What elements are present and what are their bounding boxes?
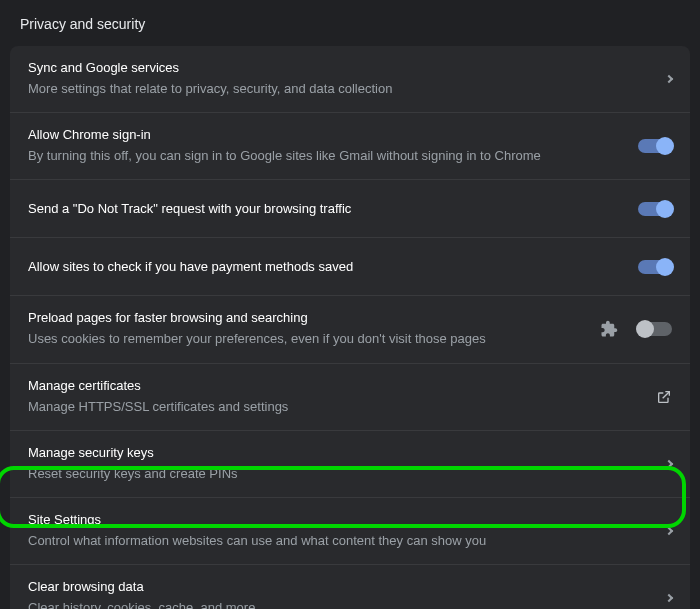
toggle-do-not-track[interactable] [638,202,672,216]
row-text: Site Settings Control what information w… [28,512,654,550]
chevron-right-icon [665,75,673,83]
row-controls [626,139,672,153]
row-text: Send a "Do Not Track" request with your … [28,201,626,216]
row-desc: By turning this off, you can sign in to … [28,147,626,165]
row-controls [644,389,672,405]
page-title: Privacy and security [0,0,700,46]
toggle-payment-methods[interactable] [638,260,672,274]
extension-puzzle-icon [600,320,618,338]
row-desc: More settings that relate to privacy, se… [28,80,654,98]
row-text: Allow sites to check if you have payment… [28,259,626,274]
row-text: Clear browsing data Clear history, cooki… [28,579,654,609]
toggle-allow-chrome-signin[interactable] [638,139,672,153]
row-controls [626,202,672,216]
row-title: Site Settings [28,512,654,527]
settings-panel: Sync and Google services More settings t… [10,46,690,609]
row-manage-certificates[interactable]: Manage certificates Manage HTTPS/SSL cer… [10,364,690,431]
row-text: Manage security keys Reset security keys… [28,445,654,483]
row-text: Sync and Google services More settings t… [28,60,654,98]
row-controls [654,461,672,467]
row-site-settings[interactable]: Site Settings Control what information w… [10,498,690,565]
row-title: Preload pages for faster browsing and se… [28,310,588,325]
row-desc: Clear history, cookies, cache, and more [28,599,654,609]
toggle-preload-pages[interactable] [638,322,672,336]
row-desc: Control what information websites can us… [28,532,654,550]
row-desc: Uses cookies to remember your preference… [28,330,588,348]
row-text: Allow Chrome sign-in By turning this off… [28,127,626,165]
row-sync-google-services[interactable]: Sync and Google services More settings t… [10,46,690,113]
row-do-not-track[interactable]: Send a "Do Not Track" request with your … [10,180,690,238]
row-text: Manage certificates Manage HTTPS/SSL cer… [28,378,644,416]
row-title: Manage certificates [28,378,644,393]
row-controls [626,260,672,274]
row-controls [654,76,672,82]
row-title: Send a "Do Not Track" request with your … [28,201,626,216]
row-controls [654,528,672,534]
row-allow-chrome-signin[interactable]: Allow Chrome sign-in By turning this off… [10,113,690,180]
row-title: Clear browsing data [28,579,654,594]
row-preload-pages[interactable]: Preload pages for faster browsing and se… [10,296,690,363]
row-desc: Reset security keys and create PINs [28,465,654,483]
row-title: Sync and Google services [28,60,654,75]
row-text: Preload pages for faster browsing and se… [28,310,588,348]
row-clear-browsing-data[interactable]: Clear browsing data Clear history, cooki… [10,565,690,609]
chevron-right-icon [665,527,673,535]
row-manage-security-keys[interactable]: Manage security keys Reset security keys… [10,431,690,498]
chevron-right-icon [665,594,673,602]
row-controls [654,595,672,601]
open-external-icon [656,389,672,405]
row-title: Manage security keys [28,445,654,460]
row-title: Allow sites to check if you have payment… [28,259,626,274]
row-payment-methods[interactable]: Allow sites to check if you have payment… [10,238,690,296]
row-title: Allow Chrome sign-in [28,127,626,142]
row-desc: Manage HTTPS/SSL certificates and settin… [28,398,644,416]
chevron-right-icon [665,460,673,468]
row-controls [588,320,672,338]
